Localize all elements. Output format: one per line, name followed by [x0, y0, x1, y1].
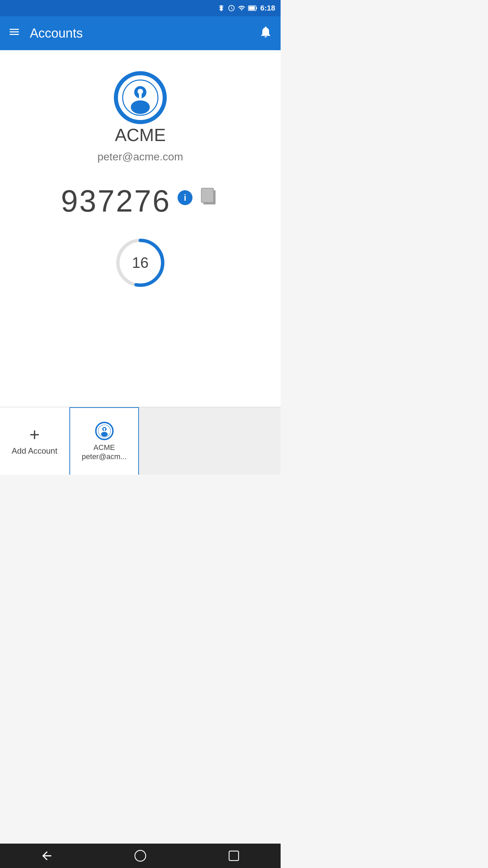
tab-acme-icon — [95, 421, 114, 440]
toolbar-title: Accounts — [30, 26, 259, 41]
svg-rect-10 — [201, 188, 214, 202]
download-icon — [218, 4, 225, 12]
tab-account-label: ACME peter@acm... — [82, 443, 126, 461]
plus-icon: + — [29, 426, 40, 443]
menu-icon[interactable] — [8, 26, 20, 41]
add-account-tab[interactable]: + Add Account — [0, 407, 69, 475]
svg-point-16 — [101, 432, 108, 437]
svg-rect-8 — [139, 94, 142, 98]
bell-icon[interactable] — [259, 25, 272, 42]
svg-rect-1 — [249, 6, 255, 10]
svg-point-6 — [131, 100, 150, 114]
signal-icon — [238, 4, 245, 12]
acme-logo-icon — [113, 71, 167, 125]
copy-icon[interactable] — [199, 187, 220, 209]
svg-rect-18 — [104, 430, 105, 431]
alarm-icon — [228, 4, 235, 12]
info-icon[interactable]: i — [178, 190, 192, 205]
account-email: peter@acme.com — [97, 151, 183, 163]
main-content: ACME peter@acme.com 937276 i 16 — [0, 50, 281, 407]
bottom-tabs: + Add Account ACME peter@acm... — [0, 407, 281, 475]
acme-account-tab[interactable]: ACME peter@acm... — [69, 407, 139, 475]
otp-row: 937276 i — [61, 183, 220, 219]
battery-icon — [248, 4, 258, 12]
svg-point-17 — [103, 428, 105, 430]
timer-number: 16 — [132, 254, 149, 271]
status-bar: 6:18 — [0, 0, 281, 16]
account-avatar — [113, 71, 167, 125]
otp-code: 937276 — [61, 184, 171, 219]
account-name: ACME — [115, 125, 166, 145]
svg-point-7 — [138, 89, 143, 94]
toolbar: Accounts — [0, 16, 281, 50]
svg-rect-2 — [256, 7, 257, 9]
status-time: 6:18 — [260, 4, 275, 13]
add-account-label: Add Account — [12, 446, 58, 456]
timer-container: 16 — [113, 236, 167, 290]
status-icons: 6:18 — [218, 4, 275, 13]
